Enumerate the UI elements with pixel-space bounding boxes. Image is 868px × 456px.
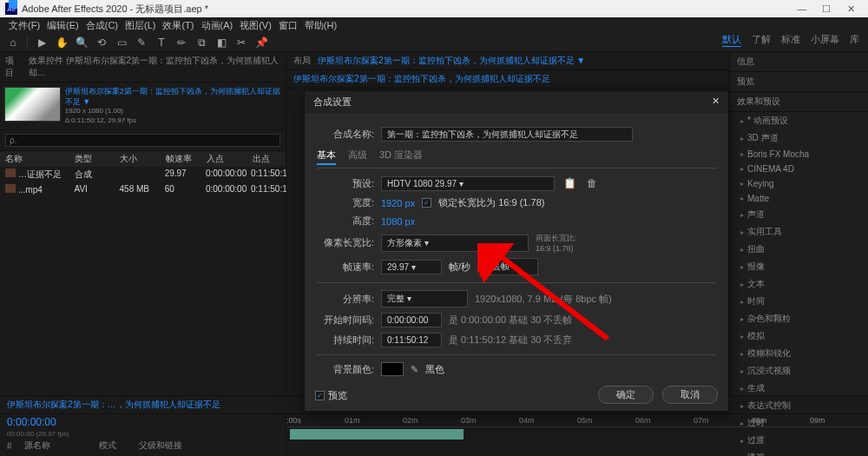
- comp-name-input[interactable]: [381, 127, 633, 142]
- effects-panel: 信息 预览 效果和预设 * 动画预设 3D 声道 Boris FX Mocha …: [729, 52, 868, 395]
- timeline-layer-bar[interactable]: [290, 429, 464, 439]
- timeline-ruler[interactable]: :00s01m02m03m04m05m06m07m08m09m: [286, 414, 868, 427]
- comp-layout-label: 布局: [293, 55, 311, 67]
- pen-tool-icon[interactable]: ✎: [134, 35, 149, 50]
- menu-edit[interactable]: 编辑(E): [47, 19, 79, 31]
- preset-save-icon[interactable]: 📋: [562, 175, 577, 191]
- fx-keying[interactable]: Keying: [730, 176, 868, 191]
- ws-small[interactable]: 小屏幕: [811, 33, 839, 47]
- minimize-button[interactable]: —: [790, 0, 814, 17]
- menu-comp[interactable]: 合成(C): [86, 19, 118, 31]
- fx-matte[interactable]: Matte: [730, 191, 868, 206]
- start-info: 是 0:00:00:00 基础 30 不丢帧: [449, 314, 572, 327]
- cancel-button[interactable]: 取消: [662, 386, 718, 404]
- fx-generate[interactable]: 生成: [730, 380, 868, 397]
- brush-tool-icon[interactable]: ✏: [174, 35, 189, 50]
- home-icon[interactable]: ⌂: [5, 35, 21, 50]
- height-label: 高度:: [317, 215, 374, 228]
- dialog-close-button[interactable]: ✕: [712, 96, 720, 109]
- hdr-name[interactable]: 名称: [0, 153, 75, 165]
- rect-tool-icon[interactable]: ▭: [114, 35, 129, 50]
- playhead-icon[interactable]: [9, 0, 17, 9]
- clone-tool-icon[interactable]: ⧉: [194, 35, 209, 50]
- hdr-in[interactable]: 入点: [207, 153, 252, 165]
- hdr-size[interactable]: 大小: [120, 153, 165, 165]
- fx-text[interactable]: 文本: [730, 275, 868, 293]
- res-select[interactable]: 完整 ▾: [381, 290, 468, 307]
- comp-tab-title[interactable]: 伊斯坦布尔探案2第一期：监控拍下凶杀，为何抓捕犯人却证据不足 ▼: [318, 55, 585, 67]
- hand-tool-icon[interactable]: ✋: [54, 35, 69, 50]
- start-input[interactable]: [381, 313, 442, 327]
- fx-boris[interactable]: Boris FX Mocha: [730, 147, 868, 162]
- fps-select[interactable]: 29.97 ▾: [381, 260, 442, 274]
- width-value[interactable]: 1920 px: [381, 198, 415, 208]
- ws-library[interactable]: 库: [850, 33, 859, 47]
- thumb-duration: Δ 0:11:50:12, 29.97 fps: [65, 116, 281, 125]
- preview-checkbox[interactable]: ✓: [315, 391, 325, 400]
- fx-time[interactable]: 时间: [730, 293, 868, 310]
- project-thumbnail: [4, 87, 61, 122]
- ok-button[interactable]: 确定: [598, 386, 654, 404]
- maximize-button[interactable]: ☐: [814, 0, 838, 17]
- fx-channel[interactable]: 报像: [730, 258, 868, 275]
- zoom-tool-icon[interactable]: 🔍: [74, 35, 89, 50]
- menu-window[interactable]: 窗口: [279, 19, 298, 31]
- selection-tool-icon[interactable]: ▶: [34, 35, 49, 50]
- hdr-out[interactable]: 出点: [253, 153, 286, 165]
- preset-delete-icon[interactable]: 🗑: [584, 175, 600, 191]
- ws-standard[interactable]: 标准: [781, 33, 800, 47]
- tab-project[interactable]: 项目: [5, 55, 22, 79]
- timeline-track[interactable]: [286, 427, 868, 441]
- rp-effects[interactable]: 效果和预设: [730, 92, 868, 112]
- fx-anim-preset[interactable]: * 动画预设: [730, 112, 868, 129]
- tab-basic[interactable]: 基本: [317, 149, 336, 165]
- fx-utility[interactable]: 实用工具: [730, 223, 868, 241]
- lock-aspect-label: 锁定长宽比为 16:9 (1.78): [438, 196, 544, 209]
- dropframe-select[interactable]: 无丢帧 ▾: [477, 258, 538, 275]
- rp-info[interactable]: 信息: [730, 52, 868, 72]
- menu-layer[interactable]: 图层(L): [125, 19, 155, 31]
- lock-aspect-checkbox[interactable]: ✓: [422, 198, 431, 208]
- fps-unit: 帧/秒: [449, 261, 470, 274]
- menu-view[interactable]: 视图(V): [240, 19, 272, 31]
- par-select[interactable]: 方形像素 ▾: [381, 235, 529, 252]
- menu-help[interactable]: 帮助(H): [305, 19, 337, 31]
- height-value[interactable]: 1080 px: [381, 216, 415, 227]
- fx-expression[interactable]: 表达式控制: [730, 397, 868, 414]
- project-search-input[interactable]: [5, 134, 280, 147]
- hdr-type[interactable]: 类型: [75, 153, 120, 165]
- eraser-tool-icon[interactable]: ◧: [214, 35, 229, 50]
- ws-default[interactable]: 默认: [722, 33, 741, 47]
- puppet-tool-icon[interactable]: 📌: [253, 35, 269, 50]
- bg-color-swatch[interactable]: [381, 362, 404, 376]
- fx-noise[interactable]: 杂色和颗粒: [730, 310, 868, 327]
- close-button[interactable]: ✕: [838, 0, 863, 17]
- fx-audio[interactable]: 声道: [730, 206, 868, 223]
- fx-distort[interactable]: 扭曲: [730, 241, 868, 258]
- preset-select[interactable]: HDTV 1080 29.97 ▾: [381, 176, 555, 191]
- orbit-tool-icon[interactable]: ⟲: [94, 35, 109, 50]
- menu-animation[interactable]: 动画(A): [201, 19, 233, 31]
- dur-input[interactable]: [381, 333, 442, 347]
- tab-3d-renderer[interactable]: 3D 渲染器: [379, 149, 423, 165]
- menubar: 文件(F) 编辑(E) 合成(C) 图层(L) 效果(T) 动画(A) 视图(V…: [0, 17, 868, 33]
- project-row[interactable]: …证据不足 合成 29.97 0:00:00:00 0:11:50:12: [0, 167, 286, 182]
- ws-learn[interactable]: 了解: [752, 33, 771, 47]
- menu-file[interactable]: 文件(F): [9, 19, 40, 31]
- fx-blur[interactable]: 模糊和锐化: [730, 345, 868, 362]
- text-tool-icon[interactable]: T: [154, 35, 169, 50]
- fx-immersive[interactable]: 沉浸式视频: [730, 362, 868, 380]
- fx-3d-channel[interactable]: 3D 声道: [730, 129, 868, 147]
- timeline-current-time[interactable]: 0:00:00:00: [0, 414, 286, 430]
- hdr-fps[interactable]: 帧速率: [166, 153, 207, 165]
- tab-effect-controls[interactable]: 效果控件 伊斯坦布尔探案2第一期：监控拍下凶杀，为何抓捕犯人却…: [29, 55, 280, 79]
- rp-preview[interactable]: 预览: [730, 72, 868, 92]
- eyedropper-icon[interactable]: ✎: [411, 364, 418, 375]
- fps-label: 帧速率:: [317, 261, 374, 274]
- fx-sim[interactable]: 模拟: [730, 327, 868, 345]
- roto-tool-icon[interactable]: ✂: [233, 35, 249, 50]
- tab-advanced[interactable]: 高级: [348, 149, 367, 165]
- project-row[interactable]: ...mp4 AVI 458 MB 60 0:00:00:00 0:11:50:…: [0, 182, 286, 196]
- menu-effect[interactable]: 效果(T): [162, 19, 194, 31]
- fx-c4d[interactable]: CINEMA 4D: [730, 162, 868, 176]
